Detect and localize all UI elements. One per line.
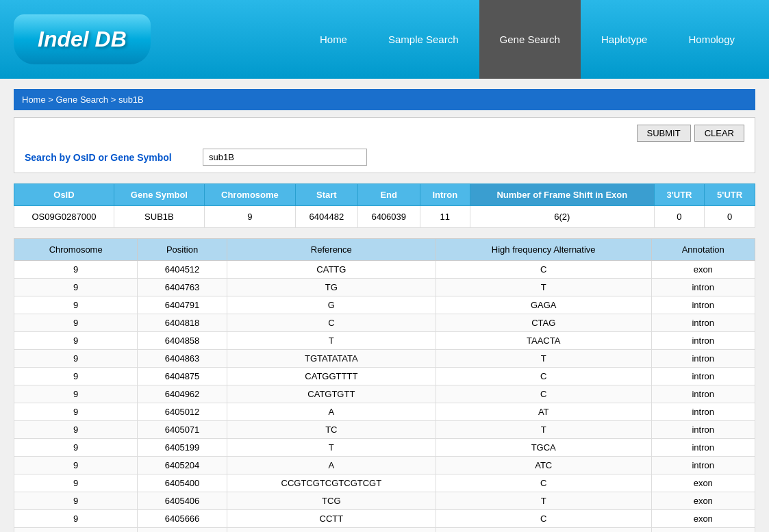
cell-chr: 9 bbox=[14, 314, 138, 332]
cell-ref: CATTG bbox=[227, 261, 436, 279]
cell-chromosome: 9 bbox=[204, 206, 295, 228]
cell-chr: 9 bbox=[14, 474, 138, 492]
col-intron: Intron bbox=[420, 184, 470, 206]
cell-ann: intron bbox=[651, 332, 755, 350]
cell-chr: 9 bbox=[14, 350, 138, 368]
cell-pos: 6404858 bbox=[138, 332, 227, 350]
table-row: 96405012AATintron bbox=[14, 403, 755, 421]
cell-intron: 11 bbox=[420, 206, 470, 228]
cell-ann: intron bbox=[651, 403, 755, 421]
cell-ann: intron bbox=[651, 314, 755, 332]
cell-ann: exon bbox=[651, 510, 755, 528]
cell-pos: 6404763 bbox=[138, 279, 227, 296]
table-row: 96405071TCTintron bbox=[14, 421, 755, 439]
nav-haplotype[interactable]: Haplotype bbox=[581, 0, 668, 79]
cell-ann: intron bbox=[651, 350, 755, 368]
cell-ann: intron bbox=[651, 457, 755, 474]
col-frameshift: Number of Frame Shift in Exon bbox=[470, 184, 655, 206]
col-end: End bbox=[357, 184, 420, 206]
cell-pos: 6405199 bbox=[138, 439, 227, 457]
cell-ref: CATGGTTTT bbox=[227, 368, 436, 385]
table-row: 96405695CCGCCGCCGCCGGCexon bbox=[14, 528, 755, 533]
table-row: 96404512CATTGCexon bbox=[14, 261, 755, 279]
cell-pos: 6404863 bbox=[138, 350, 227, 368]
cell-alt: T bbox=[436, 421, 651, 439]
cell-ann: intron bbox=[651, 421, 755, 439]
cell-chr: 9 bbox=[14, 439, 138, 457]
cell-pos: 6404962 bbox=[138, 385, 227, 403]
cell-frameshift: 6(2) bbox=[470, 206, 655, 228]
table-row: 96404962CATGTGTTCintron bbox=[14, 385, 755, 403]
cell-alt: C bbox=[436, 510, 651, 528]
data-col-alt: High frequency Alternative bbox=[436, 239, 651, 261]
cell-ann: exon bbox=[651, 528, 755, 533]
cell-ref: CCGTCGTCGTCGTCGT bbox=[227, 474, 436, 492]
col-chromosome: Chromosome bbox=[204, 184, 295, 206]
cell-pos: 6405406 bbox=[138, 492, 227, 510]
cell-ref: T bbox=[227, 439, 436, 457]
cell-chr: 9 bbox=[14, 261, 138, 279]
cell-pos: 6404512 bbox=[138, 261, 227, 279]
cell-ref: CATGTGTT bbox=[227, 385, 436, 403]
search-actions: SUBMIT CLEAR bbox=[25, 125, 744, 142]
cell-alt: T bbox=[436, 492, 651, 510]
cell-ref: A bbox=[227, 403, 436, 421]
cell-pos: 6405071 bbox=[138, 421, 227, 439]
table-row: 96404858TTAACTAintron bbox=[14, 332, 755, 350]
cell-pos: 6404818 bbox=[138, 314, 227, 332]
cell-osid: OS09G0287000 bbox=[14, 206, 114, 228]
table-row: 96405199TTGCAintron bbox=[14, 439, 755, 457]
cell-chr: 9 bbox=[14, 528, 138, 533]
cell-pos: 6404791 bbox=[138, 296, 227, 314]
cell-ann: exon bbox=[651, 474, 755, 492]
cell-ann: exon bbox=[651, 261, 755, 279]
cell-alt: C bbox=[436, 474, 651, 492]
cell-ref: A bbox=[227, 457, 436, 474]
cell-ref: TCG bbox=[227, 492, 436, 510]
cell-alt: C bbox=[436, 385, 651, 403]
nav-homology[interactable]: Homology bbox=[668, 0, 755, 79]
table-row: 96404863TGTATATATATintron bbox=[14, 350, 755, 368]
data-col-annotation: Annotation bbox=[651, 239, 755, 261]
cell-chr: 9 bbox=[14, 385, 138, 403]
cell-ann: intron bbox=[651, 368, 755, 385]
table-row: 96405666CCTTCexon bbox=[14, 510, 755, 528]
nav-gene-search[interactable]: Gene Search bbox=[479, 0, 581, 79]
gene-row: OS09G0287000 SUB1B 9 6404482 6406039 11 … bbox=[14, 206, 755, 228]
cell-ref: TG bbox=[227, 279, 436, 296]
nav-sample-search[interactable]: Sample Search bbox=[368, 0, 479, 79]
search-panel: SUBMIT CLEAR Search by OsID or Gene Symb… bbox=[14, 117, 755, 173]
cell-ref: CCGCCGCCGCCGG bbox=[227, 528, 436, 533]
cell-ann: intron bbox=[651, 279, 755, 296]
col-utr3: 3'UTR bbox=[654, 184, 705, 206]
data-col-position: Position bbox=[138, 239, 227, 261]
cell-alt: AT bbox=[436, 403, 651, 421]
submit-button[interactable]: SUBMIT bbox=[637, 125, 691, 142]
table-row: 96405406TCGTexon bbox=[14, 492, 755, 510]
cell-ann: intron bbox=[651, 439, 755, 457]
cell-chr: 9 bbox=[14, 510, 138, 528]
nav-home[interactable]: Home bbox=[299, 0, 368, 79]
header: Indel DB Home Sample Search Gene Search … bbox=[0, 0, 769, 79]
cell-utr3: 0 bbox=[654, 206, 705, 228]
cell-ref: CCTT bbox=[227, 510, 436, 528]
cell-end: 6406039 bbox=[357, 206, 420, 228]
clear-button[interactable]: CLEAR bbox=[694, 125, 744, 142]
cell-alt: TAACTA bbox=[436, 332, 651, 350]
col-gene-symbol: Gene Symbol bbox=[114, 184, 204, 206]
cell-chr: 9 bbox=[14, 421, 138, 439]
cell-chr: 9 bbox=[14, 332, 138, 350]
cell-alt: ATC bbox=[436, 457, 651, 474]
cell-ref: T bbox=[227, 332, 436, 350]
cell-pos: 6405695 bbox=[138, 528, 227, 533]
search-input[interactable] bbox=[203, 149, 367, 166]
cell-chr: 9 bbox=[14, 403, 138, 421]
cell-ref: C bbox=[227, 314, 436, 332]
table-row: 96404875CATGGTTTTCintron bbox=[14, 368, 755, 385]
cell-ref: TC bbox=[227, 421, 436, 439]
cell-alt: C bbox=[436, 261, 651, 279]
cell-pos: 6405012 bbox=[138, 403, 227, 421]
data-col-chromosome: Chromosome bbox=[14, 239, 138, 261]
cell-pos: 6404875 bbox=[138, 368, 227, 385]
cell-alt: TGCA bbox=[436, 439, 651, 457]
